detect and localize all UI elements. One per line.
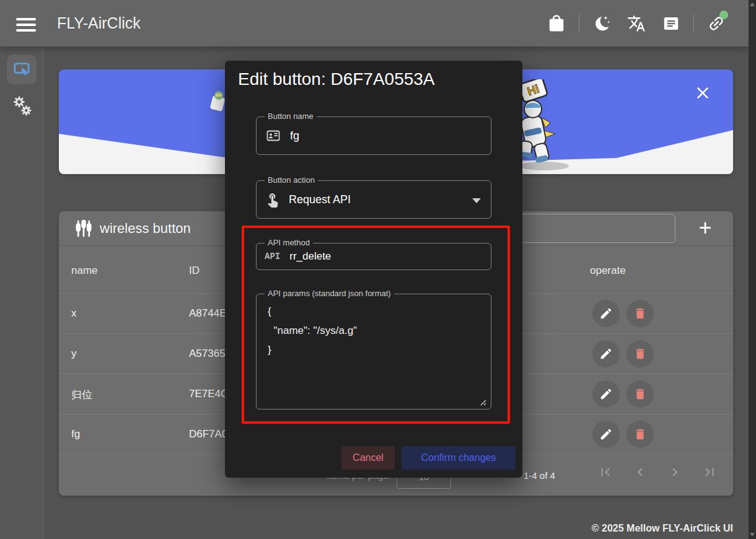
delete-button[interactable] bbox=[626, 380, 654, 408]
delete-button[interactable] bbox=[626, 421, 654, 448]
dark-mode-icon[interactable] bbox=[592, 14, 611, 33]
add-button[interactable]: + bbox=[691, 215, 719, 242]
row-id: 7E7E4C bbox=[189, 388, 228, 400]
trash-icon bbox=[636, 309, 644, 319]
column-header-operate: operate bbox=[590, 265, 626, 277]
api-params-label: API params (standard json format) bbox=[265, 289, 394, 298]
next-page-icon[interactable] bbox=[667, 464, 683, 480]
trash-icon bbox=[636, 429, 644, 440]
delete-button[interactable] bbox=[626, 340, 654, 367]
api-params-field: API params (standard json format) { "nam… bbox=[256, 294, 491, 410]
button-action-label: Button action bbox=[265, 175, 318, 185]
link-icon[interactable] bbox=[707, 14, 726, 33]
panel-title: wireless button bbox=[100, 211, 191, 246]
chevron-down-icon bbox=[472, 198, 481, 203]
topbar-divider bbox=[693, 14, 694, 33]
row-name: fg bbox=[71, 428, 80, 440]
resize-handle-icon[interactable] bbox=[479, 398, 486, 406]
api-method-label: API method bbox=[265, 238, 313, 247]
translate-icon[interactable] bbox=[627, 14, 646, 33]
pencil-icon bbox=[601, 389, 612, 400]
edit-button[interactable] bbox=[592, 340, 620, 367]
column-header-name: name bbox=[71, 265, 98, 277]
row-name: y bbox=[71, 348, 77, 360]
button-name-value[interactable]: fg bbox=[290, 129, 299, 142]
edit-button[interactable] bbox=[592, 300, 620, 327]
pencil-icon bbox=[601, 429, 612, 440]
dialog-title: Edit button: D6F7A0553A bbox=[238, 69, 435, 89]
last-page-icon[interactable] bbox=[701, 464, 718, 480]
edit-button[interactable] bbox=[592, 380, 620, 408]
button-name-field[interactable]: Button name fg bbox=[256, 116, 491, 155]
api-method-field[interactable]: API method API rr_delete bbox=[256, 243, 491, 270]
first-page-icon[interactable] bbox=[597, 464, 613, 480]
button-action-select[interactable]: Button action Request API bbox=[256, 180, 491, 219]
pagination-range: 1-4 of 4 bbox=[524, 470, 555, 481]
connection-status-dot bbox=[719, 11, 728, 19]
row-id: A8744E bbox=[189, 307, 227, 320]
store-bag-icon[interactable] bbox=[547, 14, 566, 33]
pencil-icon bbox=[601, 349, 612, 359]
row-id: D6F7A0 bbox=[189, 428, 227, 440]
column-header-id: ID bbox=[189, 265, 200, 277]
edit-button-dialog: Edit button: D6F7A0553A Button name fg B… bbox=[225, 61, 522, 478]
trash-icon bbox=[636, 389, 644, 400]
row-name: 归位 bbox=[71, 388, 92, 402]
button-name-label: Button name bbox=[265, 112, 317, 121]
app-bar: FLY-AirClick bbox=[0, 0, 749, 46]
menu-icon[interactable] bbox=[16, 18, 36, 32]
app-title: FLY-AirClick bbox=[57, 0, 141, 46]
page-scrollbar[interactable] bbox=[749, 0, 756, 539]
delete-button[interactable] bbox=[626, 300, 654, 327]
row-name: x bbox=[71, 307, 77, 320]
topbar-icons bbox=[539, 0, 734, 46]
button-action-value: Request API bbox=[289, 193, 351, 206]
touch-screen-icon bbox=[12, 60, 31, 79]
page: FLY-AirClick bbox=[0, 0, 756, 539]
touch-app-icon bbox=[265, 191, 281, 208]
tune-icon bbox=[74, 219, 93, 238]
api-icon: API bbox=[265, 252, 280, 261]
api-method-value[interactable]: rr_delete bbox=[289, 250, 331, 263]
scroll-up-icon[interactable] bbox=[750, 2, 755, 6]
sidebar bbox=[0, 46, 43, 539]
prev-page-icon[interactable] bbox=[632, 464, 648, 480]
row-id: A57365 bbox=[189, 348, 226, 360]
pencil-icon bbox=[601, 309, 612, 319]
trash-icon bbox=[636, 349, 644, 359]
badge-icon bbox=[265, 128, 282, 143]
scroll-down-icon[interactable] bbox=[750, 533, 755, 537]
banner-close-icon[interactable] bbox=[695, 85, 711, 101]
gears-icon bbox=[11, 95, 34, 118]
edit-button[interactable] bbox=[592, 421, 620, 448]
confirm-changes-button[interactable]: Confirm changes bbox=[402, 446, 516, 470]
sidebar-item-remote[interactable] bbox=[7, 55, 37, 84]
footer-copyright: © 2025 Mellow FLY-AirClick UI bbox=[592, 523, 733, 534]
topbar-divider bbox=[579, 14, 579, 33]
api-params-textarea[interactable]: { "name": "/sys/a.g" } bbox=[260, 300, 487, 405]
dialog-actions: Cancel Confirm changes bbox=[225, 446, 522, 470]
log-icon[interactable] bbox=[662, 14, 680, 33]
cancel-button[interactable]: Cancel bbox=[341, 446, 395, 470]
sidebar-item-settings[interactable] bbox=[11, 95, 34, 118]
